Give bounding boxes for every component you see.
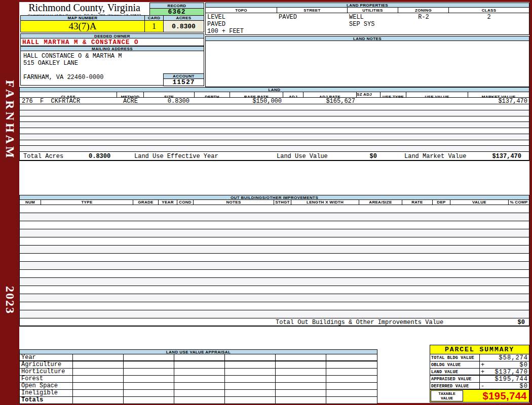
utilities-column-label: UTILITIES: [348, 8, 398, 13]
empty-cell: [124, 390, 174, 396]
empty-cell: [225, 361, 276, 368]
empty-cell: [326, 376, 377, 382]
empty-cell: [20, 205, 529, 213]
appraisal-row-label: Totals: [20, 397, 73, 403]
appraisal-row-label: Forest: [20, 376, 73, 382]
land-adj-cell: [283, 98, 303, 104]
taxable-value-row: TAXABLE VALUE $195,744: [430, 390, 529, 402]
empty-cell: [20, 294, 529, 302]
empty-cell: [20, 302, 529, 310]
total-acres-label: Total Acres: [23, 153, 63, 160]
empty-cell: [20, 122, 529, 128]
appraisal-row-horticulture: Horticulture: [19, 369, 377, 376]
street-column-label: STREET: [277, 8, 348, 13]
empty-cell: [20, 140, 529, 146]
land-size-cell: 0.8300: [144, 98, 195, 104]
appraisal-row-label: Open Space: [20, 383, 73, 389]
empty-cell: [73, 390, 124, 396]
empty-cell: [225, 354, 276, 361]
land-properties-headers: TOPO STREET UTILITIES ZONING CLASS: [205, 8, 529, 13]
empty-cell: [174, 369, 225, 375]
empty-cell: [174, 361, 225, 368]
mailing-line: HALL CONSTANCE O & MARTHA M: [23, 53, 122, 60]
parcel-summary-row: LAND VALUE +$137,470: [430, 369, 529, 376]
card-value: 1: [144, 21, 163, 32]
land-totals-row: Total Acres 0.8300 Land Use Effective Ye…: [19, 152, 529, 161]
appraisal-row-totals: Totals: [19, 397, 377, 404]
sidebar-district-label: FARNHAM: [0, 63, 19, 177]
empty-cell: [73, 361, 124, 368]
empty-cell: [225, 390, 276, 396]
land-properties-title: LAND PROPERTIES: [205, 3, 529, 8]
ob-col-value: VALUE: [450, 200, 509, 205]
out-buildings-title: OUT BUILDINGS/OTHER IMPROVEMENTS: [19, 195, 529, 200]
sign: -: [481, 383, 485, 390]
map-number-label: MAP NUMBER: [20, 15, 144, 21]
topo-value: 100 + FEET: [207, 28, 244, 35]
zoning-column-label: ZONING: [398, 8, 449, 13]
land-value-label: LAND VALUE: [430, 369, 480, 376]
class-value: 2: [449, 14, 529, 21]
parcel-summary-row: TOTAL BLDG VALUE $58,274: [430, 354, 529, 361]
empty-cell: [174, 397, 225, 403]
sign: +: [481, 369, 485, 376]
land-use-appraisal-title: LAND USE VALUE APPRAISAL: [19, 349, 377, 354]
land-table-header: CLASS METHOD SIZE DEPTH BASE RATE ADJ AD…: [19, 92, 529, 98]
empty-cell: [20, 254, 529, 262]
land-use-value-cell: [406, 98, 468, 104]
deeded-owner-label: DEEDED OWNER: [20, 33, 204, 38]
empty-cell: [20, 221, 529, 229]
empty-cell: [174, 376, 225, 382]
ob-col-length-width: LENGTH X WIDTH: [291, 200, 359, 205]
empty-cell: [225, 383, 276, 389]
empty-cell: [20, 286, 529, 294]
utilities-value: WELL: [349, 14, 364, 21]
acres-label: ACRES: [163, 15, 204, 21]
land-market-value-cell: $137,470: [468, 98, 529, 104]
sign: +: [481, 361, 485, 369]
empty-cell: [73, 354, 124, 361]
empty-cell: [225, 369, 276, 375]
obldg-value-label: OBLDG VALUE: [430, 361, 480, 369]
empty-cell: [20, 278, 529, 286]
class-column-label: CLASS: [449, 8, 529, 13]
account-value: 11527: [163, 79, 204, 86]
appraisal-row-forest: Forest: [19, 376, 377, 383]
empty-cell: [20, 262, 529, 270]
empty-cell: [174, 390, 225, 396]
appraised-value: $195,744: [495, 376, 528, 383]
appraisal-row-agriculture: Agriculture: [19, 361, 377, 369]
empty-cell: [73, 383, 124, 389]
mailing-address-label: MAILING ADDRESS: [20, 46, 204, 51]
out-buildings-empty-rows: [19, 205, 529, 318]
land-class-cell: 276 F CKFRTACR: [20, 98, 117, 104]
empty-cell: [276, 383, 326, 389]
land-depth-cell: [195, 98, 230, 104]
land-notes-title: LAND NOTES: [205, 36, 529, 41]
empty-cell: [73, 376, 124, 382]
empty-cell: [326, 361, 377, 368]
sidebar-year-label: 2023: [0, 276, 19, 324]
land-adj-rate-cell: $165,627: [303, 98, 357, 104]
parcel-summary-title: PARCEL SUMMARY: [430, 345, 529, 354]
map-card-acres-values: 43(7)A 1 0.8300: [20, 21, 204, 32]
empty-cell: [174, 354, 225, 361]
empty-cell: [276, 361, 326, 368]
total-bldg-value-label: TOTAL BLDG VALUE: [430, 354, 480, 361]
parcel-summary-row: APPRAISED VALUE $195,744: [430, 376, 529, 383]
land-market-value-total: $137,470: [492, 153, 521, 160]
empty-cell: [73, 397, 124, 403]
empty-cell: [20, 128, 529, 134]
ob-col-rate: RATE: [402, 200, 433, 205]
deeded-owner-value: HALL MARTHA M & CONSTANCE O: [20, 38, 204, 46]
parcel-summary-row: DEFERRED VALUE -$0: [430, 383, 529, 390]
land-use-effective-year-label: Land Use Effective Year: [134, 153, 218, 160]
empty-cell: [276, 397, 326, 403]
map-number-value: 43(7)A: [20, 21, 144, 32]
topo-column-label: TOPO: [206, 8, 277, 13]
empty-cell: [20, 246, 529, 254]
mailing-line: FARNHAM, VA 22460-0000: [23, 74, 103, 81]
ob-col-area-size: AREA/SIZE: [359, 200, 402, 205]
empty-cell: [20, 146, 529, 152]
out-buildings-total-value: $0: [518, 319, 525, 326]
